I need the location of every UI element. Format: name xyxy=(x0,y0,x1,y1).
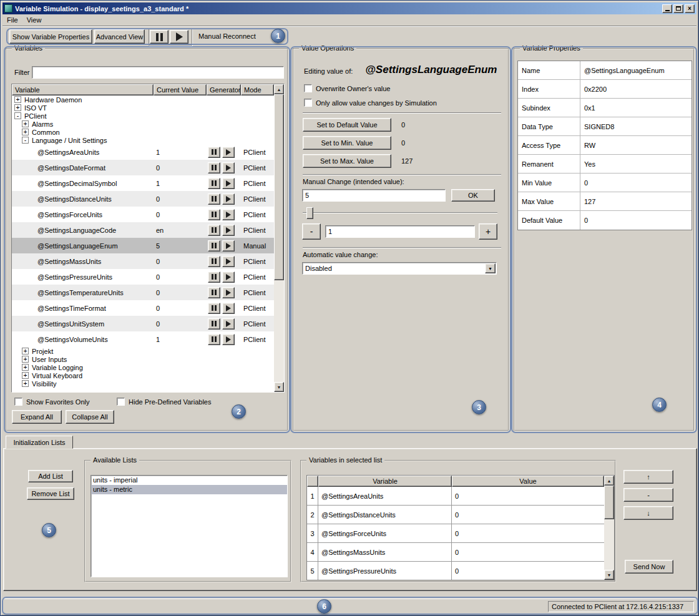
minimize-button[interactable] xyxy=(662,4,672,13)
tree-node[interactable]: +ISO VT xyxy=(12,104,274,112)
expand-icon[interactable]: + xyxy=(14,96,21,103)
increment-button[interactable]: + xyxy=(479,223,497,240)
expand-icon[interactable]: + xyxy=(14,104,21,111)
column-header-value[interactable]: Value xyxy=(452,476,604,487)
column-header-generator[interactable]: Generator xyxy=(207,84,241,95)
scroll-thumb[interactable] xyxy=(604,486,614,519)
value-slider-handle[interactable] xyxy=(306,207,313,219)
play-button[interactable] xyxy=(222,256,235,267)
hide-predefined-checkbox[interactable] xyxy=(117,398,125,406)
variable-row[interactable]: @SettingsVolumeUnits1PClient xyxy=(12,331,274,347)
pause-button[interactable] xyxy=(208,225,220,236)
available-lists-listbox[interactable]: units - imperialunits - metric xyxy=(90,475,288,577)
expand-icon[interactable]: + xyxy=(22,356,29,363)
scroll-thumb[interactable] xyxy=(274,94,284,280)
only-simulation-checkbox[interactable] xyxy=(304,99,312,107)
tree-node[interactable]: +Variable Logging xyxy=(12,363,274,371)
play-all-button[interactable] xyxy=(170,30,188,44)
pause-button[interactable] xyxy=(208,162,220,174)
list-item[interactable]: units - imperial xyxy=(91,476,287,485)
play-button[interactable] xyxy=(222,162,235,174)
collapse-all-button[interactable]: Collapse All xyxy=(66,410,114,424)
play-button[interactable] xyxy=(222,303,235,314)
overwrite-owner-checkbox[interactable] xyxy=(304,84,312,92)
expand-all-button[interactable]: Expand All xyxy=(12,410,62,424)
pause-button[interactable] xyxy=(208,334,220,345)
pause-button[interactable] xyxy=(208,240,220,252)
scroll-up-button[interactable]: ▲ xyxy=(274,84,284,94)
menu-file[interactable]: File xyxy=(2,15,22,25)
title-bar[interactable]: Variable Simulation - display_seetings_a… xyxy=(2,2,697,14)
tree-node[interactable]: +Projekt xyxy=(12,347,274,355)
play-button[interactable] xyxy=(222,318,235,330)
remove-item-button[interactable]: - xyxy=(623,488,673,502)
init-list-row[interactable]: 3@SettingsForceUnits0 xyxy=(307,524,604,543)
pause-button[interactable] xyxy=(208,303,220,314)
variable-row[interactable]: @SettingsForceUnits0PClient xyxy=(12,207,274,222)
play-button[interactable] xyxy=(222,209,235,220)
expand-icon[interactable]: + xyxy=(22,348,29,354)
variable-row[interactable]: @SettingsLanguageCodeenPClient xyxy=(12,222,274,238)
column-header-variable[interactable]: Variable xyxy=(318,476,452,487)
set-min-value-button[interactable]: Set to Min. Value xyxy=(303,136,391,150)
pause-button[interactable] xyxy=(208,147,220,158)
play-button[interactable] xyxy=(222,193,235,205)
variables-tree-scrollbar[interactable]: ▲ ▼ xyxy=(274,84,284,392)
pause-button[interactable] xyxy=(208,256,220,267)
show-variable-properties-button[interactable]: Show Variable Properties xyxy=(9,29,92,44)
init-list-row[interactable]: 4@SettingsMassUnits0 xyxy=(307,543,604,562)
variable-row[interactable]: @SettingsAreaUnits1PClient xyxy=(12,144,274,160)
maximize-button[interactable] xyxy=(673,4,683,13)
step-value-input[interactable] xyxy=(325,225,475,238)
tree-node[interactable]: +Alarms xyxy=(12,120,274,128)
pause-button[interactable] xyxy=(208,178,220,189)
column-header-mode[interactable]: Mode xyxy=(241,84,274,95)
variable-row[interactable]: @SettingsTimeFormat0PClient xyxy=(12,300,274,316)
play-button[interactable] xyxy=(222,334,235,345)
scroll-up-button[interactable]: ▲ xyxy=(604,476,614,486)
init-list-row[interactable]: 5@SettingsPressureUnits0 xyxy=(307,562,604,580)
collapse-icon[interactable]: - xyxy=(22,137,29,144)
set-max-value-button[interactable]: Set to Max. Value xyxy=(303,154,391,168)
variable-row[interactable]: @SettingsLanguageEnum5Manual xyxy=(12,238,274,253)
play-button[interactable] xyxy=(222,225,235,236)
expand-icon[interactable]: + xyxy=(22,372,29,379)
ok-button[interactable]: OK xyxy=(451,189,495,202)
variable-row[interactable]: @SettingsDistanceUnits0PClient xyxy=(12,191,274,207)
variable-row[interactable]: @SettingsPressureUnits0PClient xyxy=(12,269,274,285)
move-down-button[interactable]: ↓ xyxy=(623,506,673,520)
expand-icon[interactable]: + xyxy=(22,364,29,371)
tree-node[interactable]: +Visibility xyxy=(12,379,274,388)
tree-node[interactable]: +Common xyxy=(12,128,274,136)
expand-icon[interactable]: + xyxy=(22,120,29,127)
move-up-button[interactable]: ↑ xyxy=(623,470,673,484)
decrement-button[interactable]: - xyxy=(302,223,321,240)
init-table-scrollbar[interactable]: ▲ ▼ xyxy=(604,476,614,580)
scroll-down-button[interactable]: ▼ xyxy=(604,570,614,580)
pause-button[interactable] xyxy=(208,318,220,330)
pause-button[interactable] xyxy=(208,287,220,298)
send-now-button[interactable]: Send Now xyxy=(625,560,673,574)
show-favorites-only-checkbox[interactable] xyxy=(14,398,22,406)
play-button[interactable] xyxy=(222,147,235,158)
add-list-button[interactable]: Add List xyxy=(28,470,73,482)
variable-row[interactable]: @SettingsDecimalSymbol1PClient xyxy=(12,175,274,191)
variable-row[interactable]: @SettingsUnitSystem0PClient xyxy=(12,316,274,331)
tree-node[interactable]: -Language / Unit Settings xyxy=(12,136,274,144)
pause-button[interactable] xyxy=(208,209,220,220)
manual-reconnect-button[interactable]: Manual Reconnect xyxy=(198,32,256,40)
play-button[interactable] xyxy=(222,287,235,298)
pause-button[interactable] xyxy=(208,193,220,205)
remove-list-button[interactable]: Remove List xyxy=(27,487,74,500)
tree-node[interactable]: +Hardware Daemon xyxy=(12,95,274,104)
automatic-change-dropdown[interactable]: Disabled ▼ xyxy=(302,262,497,275)
pause-all-button[interactable] xyxy=(150,30,169,44)
play-button[interactable] xyxy=(222,178,235,189)
expand-icon[interactable]: + xyxy=(22,129,29,135)
tree-node[interactable]: -PClient xyxy=(12,112,274,120)
collapse-icon[interactable]: - xyxy=(14,112,21,119)
close-button[interactable]: × xyxy=(685,4,695,13)
variable-row[interactable]: @SettingsMassUnits0PClient xyxy=(12,253,274,269)
init-list-row[interactable]: 1@SettingsAreaUnits0 xyxy=(307,487,604,506)
advanced-view-button[interactable]: Advanced View xyxy=(94,29,145,44)
